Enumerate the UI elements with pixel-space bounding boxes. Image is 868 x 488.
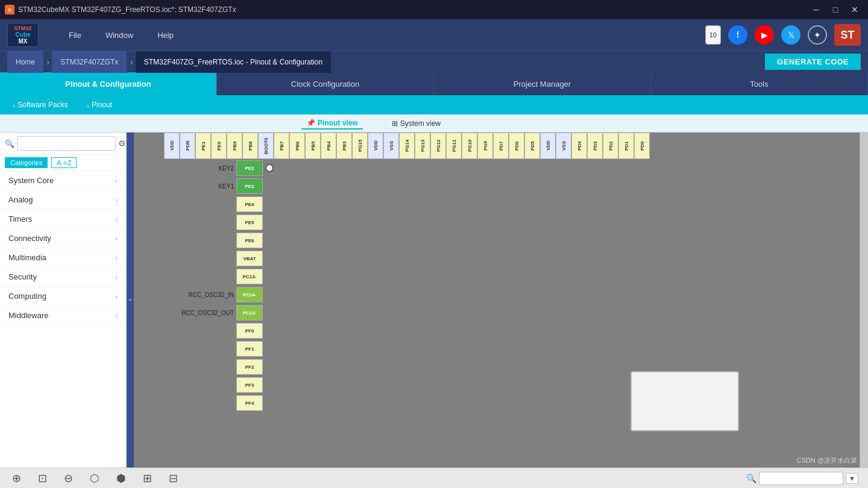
left-pin-row-11: PF2 xyxy=(164,358,274,376)
left-pin-label-PE2: KEY2 xyxy=(164,165,236,172)
sidebar-item-multimedia[interactable]: Multimedia › xyxy=(0,248,126,267)
left-pin-cell-PE6[interactable]: PE6 xyxy=(236,233,263,248)
top-pin-PB3[interactable]: PB3 xyxy=(336,133,352,159)
menu-help[interactable]: Help xyxy=(145,19,186,51)
top-pin-PE0[interactable]: PE0 xyxy=(211,133,227,159)
generate-code-button[interactable]: GENERATE CODE xyxy=(765,54,861,70)
sidebar-tab-categories[interactable]: Categories xyxy=(5,157,48,168)
sidebar-item-system-core[interactable]: System Core › xyxy=(0,171,126,190)
top-pin-PDR[interactable]: PDR xyxy=(180,133,195,159)
left-pin-cell-VBAT[interactable]: VBAT xyxy=(236,251,263,266)
sub-tab-pinout[interactable]: ↓ Pinout xyxy=(86,101,112,109)
tab-tools[interactable]: Tools xyxy=(651,72,868,95)
top-pin-PD6[interactable]: PD6 xyxy=(509,133,524,159)
twitter-icon[interactable]: 𝕏 xyxy=(781,25,800,45)
top-pin-PB9[interactable]: PB9 xyxy=(227,133,242,159)
sub-tab-software[interactable]: ↓ Software Packs xyxy=(12,101,68,109)
sidebar-item-timers[interactable]: Timers › xyxy=(0,210,126,229)
top-pin-PD5[interactable]: PD5 xyxy=(524,133,540,159)
youtube-icon[interactable]: ▶ xyxy=(755,25,774,45)
gear-icon[interactable]: ⚙ xyxy=(118,139,126,148)
zoom-in-button[interactable]: ⊕ xyxy=(10,472,24,485)
toolbar-dropdown-icon[interactable]: ▼ xyxy=(846,473,858,484)
left-pin-cell-PE4[interactable]: PE4 xyxy=(236,196,263,212)
top-pin-PB4[interactable]: PB4 xyxy=(321,133,336,159)
top-pin-PD1[interactable]: PD1 xyxy=(618,133,634,159)
tab-project[interactable]: Project Manager xyxy=(434,72,651,95)
toolbar-search-input[interactable] xyxy=(759,472,843,485)
rotate-button[interactable]: ⬢ xyxy=(114,472,128,485)
maximize-button[interactable]: □ xyxy=(827,1,844,18)
export-button[interactable]: ⬡ xyxy=(87,472,102,485)
sidebar-collapse-button[interactable]: ‹ xyxy=(127,133,134,468)
left-pin-cell-PE5[interactable]: PE5 xyxy=(236,214,263,230)
left-pin-cell-PF2[interactable]: PF2 xyxy=(236,359,263,375)
top-pin-PD0[interactable]: PD0 xyxy=(634,133,650,159)
st-logo: ST xyxy=(834,24,861,46)
top-pin-PD7[interactable]: PD7 xyxy=(493,133,509,159)
minimize-button[interactable]: ─ xyxy=(808,1,825,18)
sidebar-item-computing[interactable]: Computing › xyxy=(0,287,126,306)
top-pin-PE1[interactable]: PE1 xyxy=(195,133,211,159)
top-pin-PG14[interactable]: PG14 xyxy=(399,133,415,159)
tab-clock[interactable]: Clock Configuration xyxy=(217,72,434,95)
sidebar-tab-az[interactable]: A->Z xyxy=(51,157,77,168)
version-badge: 10 xyxy=(705,25,721,45)
left-pin-cell-PF4[interactable]: PF4 xyxy=(236,395,263,411)
top-pin-PG11[interactable]: PG11 xyxy=(446,133,462,159)
app-icon: S xyxy=(5,5,14,14)
top-pin-BOOT0[interactable]: BOOT0 xyxy=(258,133,274,159)
top-pin-PD4[interactable]: PD4 xyxy=(571,133,587,159)
title-bar-controls[interactable]: ─ □ ✕ xyxy=(808,1,863,18)
right-scrollbar[interactable] xyxy=(860,133,868,468)
view-tab-pinout[interactable]: 📌 Pinout view xyxy=(301,117,363,130)
top-pin-PG13[interactable]: PG13 xyxy=(415,133,430,159)
logo-box: STM32 Cube MX xyxy=(7,23,39,47)
menu-window[interactable]: Window xyxy=(93,19,145,51)
sidebar-item-connectivity[interactable]: Connectivity › xyxy=(0,229,126,248)
breadcrumb-home[interactable]: Home xyxy=(7,51,44,73)
left-pin-cell-PF1[interactable]: PF1 xyxy=(236,341,263,357)
top-pin-PG12[interactable]: PG12 xyxy=(430,133,446,159)
left-pin-cell-PF0[interactable]: PF0 xyxy=(236,323,263,339)
left-pin-cell-PC13-[interactable]: PC13- xyxy=(236,269,263,284)
top-pin-VSS[interactable]: VSS xyxy=(383,133,399,159)
top-pin-VDD[interactable]: VDD xyxy=(368,133,383,159)
top-pin-PG10[interactable]: PG10 xyxy=(462,133,477,159)
left-pin-cell-PC15-[interactable]: PC15- xyxy=(236,305,263,321)
top-pin-PB8[interactable]: PB8 xyxy=(242,133,258,159)
top-pin-PD3[interactable]: PD3 xyxy=(587,133,603,159)
left-pin-cell-PE3[interactable]: PE3 xyxy=(236,178,263,194)
tab-pinout[interactable]: Pinout & Configuration xyxy=(0,72,217,95)
facebook-icon[interactable]: f xyxy=(728,25,747,45)
top-pin-PB5[interactable]: PB5 xyxy=(305,133,321,159)
top-pin-PG15[interactable]: PG15 xyxy=(352,133,368,159)
close-button[interactable]: ✕ xyxy=(846,1,863,18)
left-pin-cell-PC14-[interactable]: PC14- xyxy=(236,287,263,302)
menu-file[interactable]: File xyxy=(57,19,93,51)
zoom-out-button[interactable]: ⊖ xyxy=(61,472,75,485)
top-pin-VSS[interactable]: VSS xyxy=(556,133,571,159)
breadcrumb-device[interactable]: STM32F407ZGTx xyxy=(52,51,127,73)
top-pin-VDD[interactable]: VDD xyxy=(540,133,556,159)
top-pin-PD2[interactable]: PD2 xyxy=(603,133,618,159)
top-pin-PB7[interactable]: PB7 xyxy=(274,133,289,159)
left-pin-cell-PF3[interactable]: PF3 xyxy=(236,377,263,393)
sidebar-item-middleware[interactable]: Middleware › xyxy=(0,306,126,325)
left-pin-row-12: PF3 xyxy=(164,376,274,394)
top-pin-VDD[interactable]: VDD xyxy=(164,133,180,159)
star-icon[interactable]: ✦ xyxy=(808,25,827,45)
chevron-right-icon: › xyxy=(115,196,118,204)
sidebar-search-input[interactable] xyxy=(17,136,116,151)
breadcrumb-current[interactable]: STM32F407ZG_FreeRTOS.ioc - Pinout & Conf… xyxy=(136,51,332,73)
left-pin-row-9: PF0 xyxy=(164,322,274,340)
fit-button[interactable]: ⊡ xyxy=(36,472,49,485)
grid-button[interactable]: ⊞ xyxy=(140,472,154,485)
sidebar-item-analog[interactable]: Analog › xyxy=(0,190,126,210)
layout-button[interactable]: ⊟ xyxy=(166,472,180,485)
left-pin-cell-PE2[interactable]: PE2 xyxy=(236,160,263,176)
top-pin-PG9[interactable]: PG9 xyxy=(477,133,493,159)
view-tab-system[interactable]: ⊞ System view xyxy=(387,118,445,129)
top-pin-PB6[interactable]: PB6 xyxy=(289,133,305,159)
sidebar-item-security[interactable]: Security › xyxy=(0,267,126,287)
